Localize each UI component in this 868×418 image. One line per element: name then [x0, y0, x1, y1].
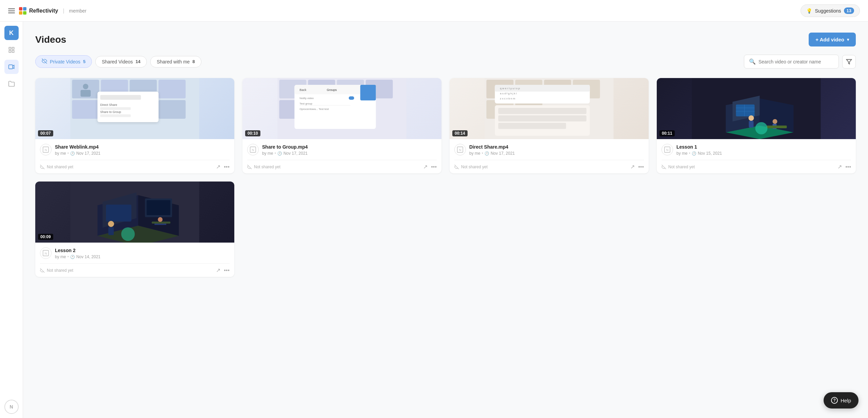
svg-text:Direct Share: Direct Share — [100, 103, 117, 107]
eye-hidden-icon — [42, 58, 47, 65]
svg-rect-57 — [498, 115, 587, 121]
sidebar-avatar[interactable]: K — [4, 26, 19, 40]
search-box[interactable]: 🔍 — [744, 55, 839, 69]
svg-rect-94 — [147, 200, 171, 215]
share-icon-3[interactable]: ↗ — [630, 164, 635, 170]
more-icon-2[interactable]: ••• — [431, 164, 437, 170]
svg-rect-4 — [8, 65, 13, 69]
video-duration-3: 00:14 — [452, 130, 468, 136]
video-meta-top-4: N Lesson 1 by me • 🕐 Nov 15, 2021 — [662, 144, 851, 156]
help-button[interactable]: ? Help — [824, 392, 859, 408]
share-icon-2[interactable]: ↗ — [423, 164, 428, 170]
video-title-3: Direct Share.mp4 — [469, 144, 644, 150]
svg-marker-6 — [847, 59, 852, 64]
svg-text:N: N — [459, 148, 461, 152]
video-sub-5: by me • 🕐 Nov 14, 2021 — [55, 254, 230, 259]
video-info-3: N Direct Share.mp4 by me • 🕐 Nov 17, 202… — [450, 139, 649, 173]
video-actions-3: Not shared yet ↗ ••• — [454, 160, 644, 170]
share-icon-4[interactable]: ↗ — [837, 164, 842, 170]
svg-rect-3 — [12, 51, 14, 53]
svg-rect-92 — [108, 227, 114, 235]
video-title-1: Share Weblink.mp4 — [55, 144, 230, 150]
svg-point-22 — [83, 84, 88, 89]
page-title: Videos — [35, 34, 66, 45]
video-avatar-1: N — [40, 144, 52, 155]
more-icon-5[interactable]: ••• — [224, 267, 230, 273]
action-icons-5: ↗ ••• — [216, 267, 230, 273]
video-thumbnail-lesson1: 00:11 — [657, 78, 856, 139]
navbar: Reflectivity | member 💡 Suggestions 13 — [0, 0, 868, 22]
sidebar-bottom-logo[interactable]: N — [4, 400, 19, 414]
clock-icon-2: 🕐 — [277, 151, 282, 156]
svg-text:Notify video: Notify video — [300, 97, 314, 100]
video-actions-5: Not shared yet ↗ ••• — [40, 263, 230, 273]
video-card-share-group[interactable]: Back Groups Share Notify video Test grou… — [242, 78, 441, 173]
logo-squares — [19, 7, 26, 15]
action-icons-2: ↗ ••• — [423, 164, 437, 170]
tab-shared-with-me[interactable]: Shared with me 8 — [150, 56, 201, 68]
svg-point-98 — [121, 227, 135, 241]
svg-rect-58 — [498, 123, 566, 129]
video-avatar-2: N — [247, 144, 259, 155]
video-thumbnail-direct-share: q w e r t y u i o p a s d f g h j k l z … — [450, 78, 649, 139]
search-icon: 🔍 — [749, 58, 756, 65]
svg-point-96 — [158, 217, 163, 222]
tab-private-videos[interactable]: Private Videos 5 — [35, 55, 92, 68]
tab-private-label: Private Videos — [50, 59, 80, 64]
video-avatar-3: N — [454, 144, 466, 155]
help-circle-icon: ? — [831, 397, 838, 404]
video-card-direct-share[interactable]: q w e r t y u i o p a s d f g h j k l z … — [450, 78, 649, 173]
filter-button[interactable] — [842, 55, 856, 69]
main-content: Videos + Add video ▾ Priv — [23, 22, 868, 418]
logo-sq-yellow — [19, 11, 22, 15]
logo-sq-green — [23, 11, 26, 15]
suggestions-count: 13 — [844, 7, 854, 14]
video-card-lesson1[interactable]: 00:11 N Lesson 1 by me — [657, 78, 856, 173]
tab-shared-label: Shared Videos — [102, 59, 133, 64]
svg-text:N: N — [45, 252, 47, 255]
svg-rect-56 — [498, 108, 587, 114]
svg-rect-11 — [159, 80, 186, 98]
video-card-share-weblink[interactable]: Direct Share Share to Group 00:07 — [35, 78, 234, 173]
svg-rect-17 — [100, 95, 141, 100]
video-info-1: N Share Weblink.mp4 by me • 🕐 Nov 17, 20… — [35, 139, 234, 173]
more-icon-1[interactable]: ••• — [224, 164, 230, 170]
svg-rect-1 — [12, 48, 14, 50]
video-duration-5: 00:09 — [38, 234, 53, 240]
hamburger-menu[interactable] — [8, 8, 15, 13]
lightbulb-icon: 💡 — [806, 8, 812, 14]
add-video-button[interactable]: + Add video ▾ — [809, 33, 856, 46]
sidebar-item-folders[interactable] — [4, 77, 19, 91]
svg-rect-72 — [736, 104, 755, 116]
video-info-2: N Share to Group.mp4 by me • 🕐 Nov 17, 2… — [242, 139, 441, 173]
more-icon-4[interactable]: ••• — [845, 164, 851, 170]
logo-sq-red — [19, 7, 22, 11]
video-details-5: Lesson 2 by me • 🕐 Nov 14, 2021 — [55, 247, 230, 259]
help-label: Help — [841, 398, 851, 403]
logo-sq-blue — [23, 7, 26, 11]
video-duration-4: 00:11 — [659, 130, 675, 136]
share-icon-1[interactable]: ↗ — [216, 164, 220, 170]
svg-rect-90 — [106, 205, 132, 222]
share-icon-5[interactable]: ↗ — [216, 267, 220, 273]
video-thumbnail-share-weblink: Direct Share Share to Group 00:07 — [35, 78, 234, 139]
clock-icon-3: 🕐 — [485, 151, 489, 156]
suggestions-button[interactable]: 💡 Suggestions 13 — [801, 4, 860, 17]
more-icon-3[interactable]: ••• — [638, 164, 644, 170]
svg-text:Back: Back — [300, 88, 307, 92]
video-info-5: N Lesson 2 by me • 🕐 Nov 14, 2021 — [35, 243, 234, 277]
video-meta-top-3: N Direct Share.mp4 by me • 🕐 Nov 17, 202… — [454, 144, 644, 156]
video-card-lesson2[interactable]: 00:09 N Lesson 2 by me — [35, 182, 234, 277]
tab-shared-videos[interactable]: Shared Videos 14 — [95, 56, 147, 68]
tab-private-count: 5 — [83, 59, 85, 64]
video-title-4: Lesson 1 — [676, 144, 851, 150]
search-input[interactable] — [758, 59, 834, 64]
sidebar-item-videos[interactable] — [4, 60, 19, 74]
svg-rect-15 — [159, 100, 186, 119]
svg-rect-77 — [749, 121, 754, 128]
sidebar-item-dashboard[interactable] — [4, 43, 19, 57]
logo-role: member — [69, 8, 86, 14]
svg-rect-19 — [100, 107, 131, 110]
svg-rect-12 — [72, 100, 99, 119]
svg-text:Share to Group: Share to Group — [100, 110, 121, 114]
